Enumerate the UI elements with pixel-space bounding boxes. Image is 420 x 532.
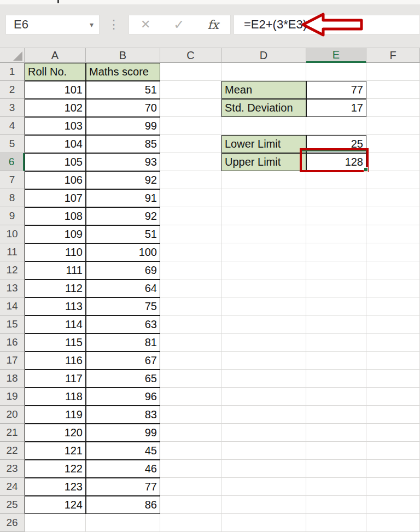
cell-F24[interactable] bbox=[366, 478, 420, 496]
cell-A9[interactable]: 108 bbox=[25, 207, 86, 225]
cell-D21[interactable] bbox=[221, 424, 306, 442]
cell-E16[interactable] bbox=[306, 334, 366, 352]
cell-C21[interactable] bbox=[160, 424, 221, 442]
cell-D22[interactable] bbox=[221, 442, 306, 460]
cell-A16[interactable]: 115 bbox=[25, 334, 86, 352]
cell-C12[interactable] bbox=[160, 261, 221, 279]
cell-D20[interactable] bbox=[221, 406, 306, 424]
cell-F14[interactable] bbox=[366, 297, 420, 315]
cell-B16[interactable]: 81 bbox=[86, 334, 160, 352]
cell-B7[interactable]: 92 bbox=[86, 171, 160, 189]
cell-A25[interactable]: 124 bbox=[25, 496, 86, 514]
cell-E7[interactable] bbox=[306, 171, 366, 189]
cell-E13[interactable] bbox=[306, 279, 366, 297]
cell-C13[interactable] bbox=[160, 279, 221, 297]
cell-C10[interactable] bbox=[160, 225, 221, 243]
cell-B19[interactable]: 96 bbox=[86, 388, 160, 406]
cell-F2[interactable] bbox=[366, 81, 420, 99]
row-header-18[interactable]: 18 bbox=[0, 370, 25, 388]
column-header-B[interactable]: B bbox=[86, 48, 160, 63]
cell-E19[interactable] bbox=[306, 388, 366, 406]
cell-E12[interactable] bbox=[306, 261, 366, 279]
cell-B17[interactable]: 67 bbox=[86, 352, 160, 370]
cell-A10[interactable]: 109 bbox=[25, 225, 86, 243]
cell-B2[interactable]: 51 bbox=[86, 81, 160, 99]
cell-A8[interactable]: 107 bbox=[25, 189, 86, 207]
cell-F4[interactable] bbox=[366, 117, 420, 135]
cell-C17[interactable] bbox=[160, 352, 221, 370]
cell-F12[interactable] bbox=[366, 261, 420, 279]
row-header-13[interactable]: 13 bbox=[0, 279, 25, 297]
cell-B6[interactable]: 93 bbox=[86, 153, 160, 171]
cell-F21[interactable] bbox=[366, 424, 420, 442]
cell-F20[interactable] bbox=[366, 406, 420, 424]
cell-D25[interactable] bbox=[221, 496, 306, 514]
cell-F26[interactable] bbox=[366, 514, 420, 532]
cell-D5[interactable]: Lower Limit bbox=[221, 135, 306, 153]
cell-E24[interactable] bbox=[306, 478, 366, 496]
cell-A26[interactable] bbox=[25, 514, 86, 532]
cell-B4[interactable]: 99 bbox=[86, 117, 160, 135]
cell-E25[interactable] bbox=[306, 496, 366, 514]
cell-A14[interactable]: 113 bbox=[25, 297, 86, 315]
row-header-1[interactable]: 1 bbox=[0, 63, 25, 81]
cell-C20[interactable] bbox=[160, 406, 221, 424]
cell-E10[interactable] bbox=[306, 225, 366, 243]
cell-B20[interactable]: 83 bbox=[86, 406, 160, 424]
cell-F18[interactable] bbox=[366, 370, 420, 388]
insert-function-icon[interactable]: fx bbox=[207, 18, 219, 32]
row-header-12[interactable]: 12 bbox=[0, 261, 25, 279]
cell-B23[interactable]: 46 bbox=[86, 460, 160, 478]
cell-C15[interactable] bbox=[160, 315, 221, 334]
cell-A2[interactable]: 101 bbox=[25, 81, 86, 99]
cell-D16[interactable] bbox=[221, 334, 306, 352]
cell-D15[interactable] bbox=[221, 315, 306, 334]
cell-F16[interactable] bbox=[366, 334, 420, 352]
cell-F3[interactable] bbox=[366, 99, 420, 117]
cell-B12[interactable]: 69 bbox=[86, 261, 160, 279]
select-all-corner[interactable] bbox=[0, 48, 25, 63]
cell-C3[interactable] bbox=[160, 99, 221, 117]
cell-C22[interactable] bbox=[160, 442, 221, 460]
cell-A12[interactable]: 111 bbox=[25, 261, 86, 279]
cell-C16[interactable] bbox=[160, 334, 221, 352]
row-header-3[interactable]: 3 bbox=[0, 99, 25, 117]
cell-F10[interactable] bbox=[366, 225, 420, 243]
cell-F13[interactable] bbox=[366, 279, 420, 297]
row-header-4[interactable]: 4 bbox=[0, 117, 25, 135]
cell-C18[interactable] bbox=[160, 370, 221, 388]
cell-A6[interactable]: 105 bbox=[25, 153, 86, 171]
cell-D8[interactable] bbox=[221, 189, 306, 207]
cell-B26[interactable] bbox=[86, 514, 160, 532]
cell-F23[interactable] bbox=[366, 460, 420, 478]
cell-A19[interactable]: 118 bbox=[25, 388, 86, 406]
row-header-5[interactable]: 5 bbox=[0, 135, 25, 153]
cell-E11[interactable] bbox=[306, 243, 366, 261]
cell-F7[interactable] bbox=[366, 171, 420, 189]
cell-C6[interactable] bbox=[160, 153, 221, 171]
cell-C1[interactable] bbox=[160, 63, 221, 81]
cell-C19[interactable] bbox=[160, 388, 221, 406]
cell-A18[interactable]: 117 bbox=[25, 370, 86, 388]
row-header-21[interactable]: 21 bbox=[0, 424, 25, 442]
cancel-icon[interactable]: ✕ bbox=[141, 17, 150, 32]
cell-D4[interactable] bbox=[221, 117, 306, 135]
column-header-A[interactable]: A bbox=[25, 48, 86, 63]
cell-C9[interactable] bbox=[160, 207, 221, 225]
cell-C5[interactable] bbox=[160, 135, 221, 153]
row-header-6[interactable]: 6 bbox=[0, 153, 25, 171]
cell-B21[interactable]: 99 bbox=[86, 424, 160, 442]
cell-B25[interactable]: 86 bbox=[86, 496, 160, 514]
row-header-24[interactable]: 24 bbox=[0, 478, 25, 496]
cell-A7[interactable]: 106 bbox=[25, 171, 86, 189]
cell-D17[interactable] bbox=[221, 352, 306, 370]
cell-A17[interactable]: 116 bbox=[25, 352, 86, 370]
cell-C4[interactable] bbox=[160, 117, 221, 135]
cell-F25[interactable] bbox=[366, 496, 420, 514]
row-header-7[interactable]: 7 bbox=[0, 171, 25, 189]
cell-C2[interactable] bbox=[160, 81, 221, 99]
cell-D18[interactable] bbox=[221, 370, 306, 388]
cell-E8[interactable] bbox=[306, 189, 366, 207]
cell-E22[interactable] bbox=[306, 442, 366, 460]
cell-C8[interactable] bbox=[160, 189, 221, 207]
